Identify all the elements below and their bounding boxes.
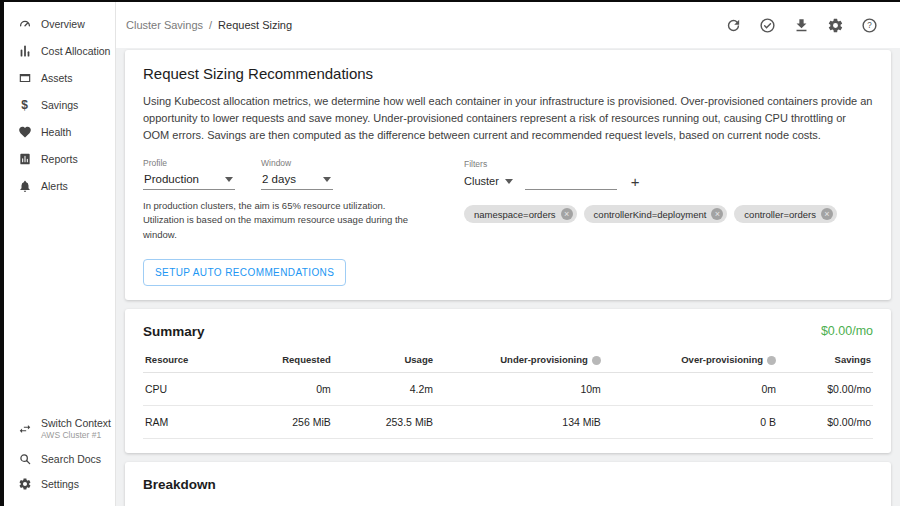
utilization-note: In production clusters, the aim is 65% r… [143,199,429,242]
cell-requested: 0m [245,372,333,405]
sidebar-item-label: Savings [41,99,78,111]
profile-select-group: Profile Production [143,158,235,190]
sidebar-item-label: Alerts [41,180,68,192]
column-header-usage: Usage [333,347,435,373]
filter-value-input[interactable] [525,172,617,190]
setup-auto-recommendations-button[interactable]: SETUP AUTO RECOMMENDATIONS [143,259,346,286]
window-select[interactable]: 2 days [261,171,333,190]
sidebar-footer: Switch Context AWS Cluster #1 Search Doc… [4,412,115,496]
chip-label: controller=orders [744,209,816,220]
search-icon [17,451,32,466]
svg-text:?: ? [867,21,872,30]
report-icon [17,151,32,166]
request-sizing-card: Request Sizing Recommendations Using Kub… [125,50,891,300]
profile-select[interactable]: Production [143,171,235,190]
breakdown-card: Breakdown Container Cluster CPUusage CPU… [125,462,891,506]
gear-icon[interactable] [827,17,844,34]
check-circle-icon[interactable] [759,17,776,34]
sidebar-item-assets[interactable]: Assets [4,64,115,91]
sidebar-item-alerts[interactable]: Alerts [4,172,115,199]
cell-over-provisioning: 0 B [603,405,778,438]
app-window: Overview Cost Allocation Assets $ Saving… [4,2,900,506]
chevron-down-icon [505,179,513,184]
settings-label: Settings [41,478,79,490]
web-asset-icon [17,70,32,85]
chip-label: namespace=orders [474,209,556,220]
breadcrumb-parent[interactable]: Cluster Savings [126,19,203,31]
filter-chip: namespace=orders × [464,205,577,223]
cell-under-provisioning: 134 MiB [435,405,603,438]
column-header-cluster: Cluster [253,500,363,506]
gear-icon [17,476,32,491]
bell-icon [17,178,32,193]
summary-title: Summary [143,324,205,339]
chip-remove-icon[interactable]: × [821,208,833,220]
chevron-down-icon [323,177,331,182]
column-header-efficiency: Efficiency [749,500,815,506]
chip-label: controllerKind=deployment [594,209,707,220]
filter-chips: namespace=orders × controllerKind=deploy… [464,205,837,223]
sidebar-item-search-docs[interactable]: Search Docs [4,446,115,471]
filter-type-value: Cluster [464,175,499,187]
table-row: RAM 256 MiB 253.5 MiB 134 MiB 0 B $0.00/… [143,405,873,438]
filter-chip: controller=orders × [734,205,837,223]
info-icon[interactable] [767,356,776,365]
sidebar-item-switch-context[interactable]: Switch Context AWS Cluster #1 [4,412,115,446]
cell-savings: $0.00/mo [778,372,873,405]
filters-label: Filters [464,159,837,169]
cell-requested: 256 MiB [245,405,333,438]
sidebar: Overview Cost Allocation Assets $ Saving… [4,2,116,506]
sidebar-nav: Overview Cost Allocation Assets $ Saving… [4,10,115,199]
cell-under-provisioning: 10m [435,372,603,405]
chip-remove-icon[interactable]: × [561,208,573,220]
breadcrumb-current: Request Sizing [218,19,292,31]
profile-label: Profile [143,158,235,168]
swap-horizontal-icon [17,422,32,437]
current-context-value: AWS Cluster #1 [41,430,111,441]
filter-type-select[interactable]: Cluster [464,175,513,190]
column-header-savings: Savings [778,347,873,373]
refresh-icon[interactable] [725,17,742,34]
sidebar-item-savings[interactable]: $ Savings [4,91,115,118]
info-icon[interactable] [592,356,601,365]
topbar: Cluster Savings / Request Sizing ? [116,2,900,48]
sidebar-item-label: Reports [41,153,78,165]
controls-row: Profile Production Window 2 days [143,158,873,242]
sidebar-item-label: Health [41,126,71,138]
column-header-under-provisioning: Under-provisioning [435,347,603,373]
switch-context-label: Switch Context [41,417,111,430]
sidebar-item-reports[interactable]: Reports [4,145,115,172]
sidebar-item-settings[interactable]: Settings [4,471,115,496]
main-area: Cluster Savings / Request Sizing ? [116,2,900,506]
content-scroll-area[interactable]: Request Sizing Recommendations Using Kub… [116,48,900,506]
cell-usage: 253.5 MiB [333,405,435,438]
sidebar-item-label: Assets [41,72,73,84]
sidebar-item-health[interactable]: Health [4,118,115,145]
cell-savings: $0.00/mo [778,405,873,438]
column-header-cpu-usage: CPUusage [362,500,420,506]
column-header-ram-usage: RAMusage [544,500,610,506]
help-icon[interactable]: ? [861,17,878,34]
sidebar-item-label: Cost Allocation [41,45,110,57]
heart-icon [17,124,32,139]
column-header-ram-request: RAMrequest [610,500,676,506]
download-icon[interactable] [793,17,810,34]
chevron-down-icon [225,177,233,182]
sidebar-item-cost-allocation[interactable]: Cost Allocation [4,37,115,64]
column-header-cpu-request: CPUrequest [420,500,478,506]
chip-remove-icon[interactable]: × [711,208,723,220]
cell-resource: RAM [143,405,245,438]
column-header-cpu-recommended: CPUrecomm'd [479,500,545,506]
column-header-requested: Requested [245,347,333,373]
column-header-over-provisioning: Over-provisioning [603,347,778,373]
add-filter-button[interactable]: + [629,174,642,190]
search-docs-label: Search Docs [41,453,101,465]
page-title: Request Sizing Recommendations [143,65,873,82]
filter-chip: controllerKind=deployment × [584,205,728,223]
gauge-icon [17,16,32,31]
window-value: 2 days [262,173,296,185]
column-header-resource: Resource [143,347,245,373]
column-header-savings-sort[interactable]: ↓Savings [815,500,873,506]
dollar-icon: $ [17,97,32,112]
sidebar-item-overview[interactable]: Overview [4,10,115,37]
